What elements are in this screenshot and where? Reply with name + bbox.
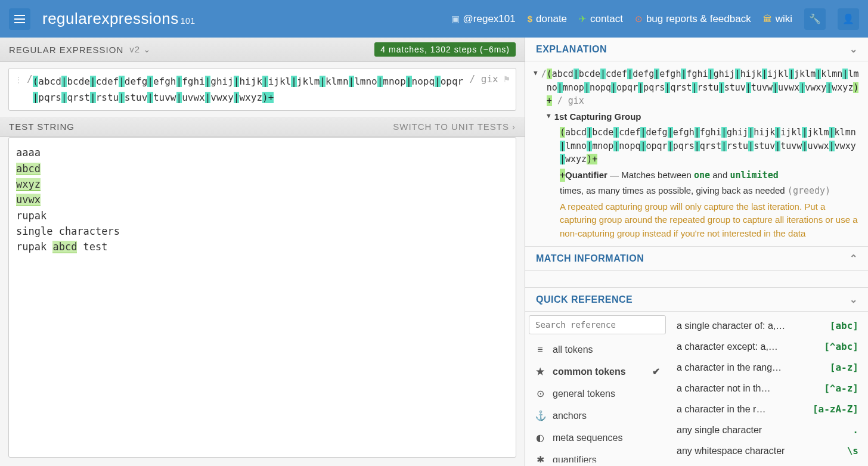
- match-info-header: MATCH INFORMATION ⌃: [525, 246, 868, 271]
- app-header: regularexpressions101 ▣@regex101 $donate…: [0, 0, 868, 38]
- link-wiki[interactable]: 🏛wiki: [763, 13, 792, 25]
- dollar-icon: $: [528, 14, 532, 24]
- category-icon: ≡: [535, 344, 545, 355]
- menu-button[interactable]: [9, 8, 30, 30]
- quickref-item[interactable]: a character in the rang…[a-z]: [671, 357, 864, 378]
- header-links: ▣@regex101 $donate ✈contact ⊙bug reports…: [451, 8, 859, 30]
- quickref-item[interactable]: any single character.: [671, 420, 864, 440]
- check-icon: ✔: [652, 366, 660, 377]
- quickref-categories: ≡all tokens★common tokens✔⊙general token…: [529, 339, 666, 462]
- expand-arrow-icon[interactable]: ▼: [547, 111, 551, 122]
- quickref-search-input[interactable]: [529, 315, 666, 334]
- match-info-panel: [525, 271, 868, 287]
- collapse-icon[interactable]: ⌄: [850, 294, 858, 305]
- regex-pattern[interactable]: (abcd|bcde|cdef|defg|efgh|fghi|ghij|hijk…: [33, 73, 464, 105]
- quickref-header: QUICK REFERENCE ⌄: [525, 287, 868, 312]
- quickref-category[interactable]: ⊙general tokens: [529, 383, 666, 405]
- regex-input[interactable]: ⋮ / (abcd|bcde|cdef|defg|efgh|fghi|ghij|…: [8, 68, 516, 111]
- link-twitter[interactable]: ▣@regex101: [451, 13, 516, 25]
- quickref-item[interactable]: any whitespace character\s: [671, 440, 864, 461]
- link-donate[interactable]: $donate: [528, 13, 567, 25]
- link-bugs[interactable]: ⊙bug reports & feedback: [635, 13, 751, 25]
- test-header: TEST STRING SWITCH TO UNIT TESTS›: [0, 117, 525, 137]
- github-icon: ⊙: [635, 14, 643, 24]
- category-icon: ◐: [535, 432, 545, 443]
- regex-delim-open: /: [27, 73, 33, 85]
- category-icon: ⚓: [535, 410, 545, 421]
- chevron-down-icon: ⌄: [143, 44, 151, 54]
- switch-unit-tests[interactable]: SWITCH TO UNIT TESTS›: [393, 122, 516, 132]
- user-button[interactable]: 👤: [838, 8, 859, 30]
- app-logo: regularexpressions101: [42, 10, 196, 28]
- chevron-right-icon: ›: [512, 122, 516, 132]
- quickref-category[interactable]: ⚓anchors: [529, 405, 666, 427]
- user-icon: 👤: [842, 13, 854, 24]
- explanation-header: EXPLANATION ⌄: [525, 38, 868, 61]
- test-title: TEST STRING: [9, 122, 75, 132]
- tools-button[interactable]: 🔧: [804, 8, 826, 30]
- flag-icon: ⚑: [504, 73, 510, 85]
- regex-title: REGULAR EXPRESSION: [9, 45, 123, 55]
- version-selector[interactable]: v2 ⌄: [129, 44, 151, 55]
- link-contact[interactable]: ✈contact: [579, 13, 623, 25]
- regex-header: REGULAR EXPRESSION v2 ⌄ 4 matches, 1302 …: [0, 38, 525, 62]
- category-icon: ✱: [535, 454, 545, 462]
- quickref-panel: ≡all tokens★common tokens✔⊙general token…: [525, 312, 868, 466]
- explanation-panel: ▼/ (abcd|bcde|cdef|defg|efgh|fghi|ghij|h…: [525, 61, 868, 246]
- quickref-items: a single character of: a,…[abc]a charact…: [671, 315, 864, 462]
- regex-flags[interactable]: / gix ⚑: [470, 73, 510, 85]
- quickref-category[interactable]: ★common tokens✔: [529, 361, 666, 383]
- quickref-item[interactable]: a single character of: a,…[abc]: [671, 315, 864, 336]
- test-string-input[interactable]: aaaaabcdwxyzuvwxrupaksingle charactersru…: [8, 137, 516, 458]
- quickref-item[interactable]: a character in the r…[a-zA-Z]: [671, 399, 864, 420]
- wrench-icon: 🔧: [809, 13, 821, 24]
- send-icon: ✈: [579, 14, 587, 24]
- quickref-category[interactable]: ✱quantifiers: [529, 449, 666, 462]
- category-icon: ★: [535, 366, 545, 377]
- quickref-item[interactable]: a character except: a,…[^abc]: [671, 336, 864, 357]
- expand-arrow-icon[interactable]: ▼: [534, 69, 538, 79]
- quickref-category[interactable]: ≡all tokens: [529, 339, 666, 361]
- category-icon: ⊙: [535, 388, 545, 399]
- quickref-item[interactable]: a character not in th…[^a-z]: [671, 378, 864, 399]
- stats-badge: 4 matches, 1302 steps (~6ms): [374, 42, 516, 57]
- quickref-category[interactable]: ◐meta sequences: [529, 427, 666, 449]
- drag-handle-icon[interactable]: ⋮: [15, 76, 22, 84]
- twitter-icon: ▣: [451, 14, 460, 24]
- collapse-icon[interactable]: ⌄: [850, 44, 858, 55]
- bank-icon: 🏛: [763, 14, 772, 24]
- expand-icon[interactable]: ⌃: [850, 253, 858, 264]
